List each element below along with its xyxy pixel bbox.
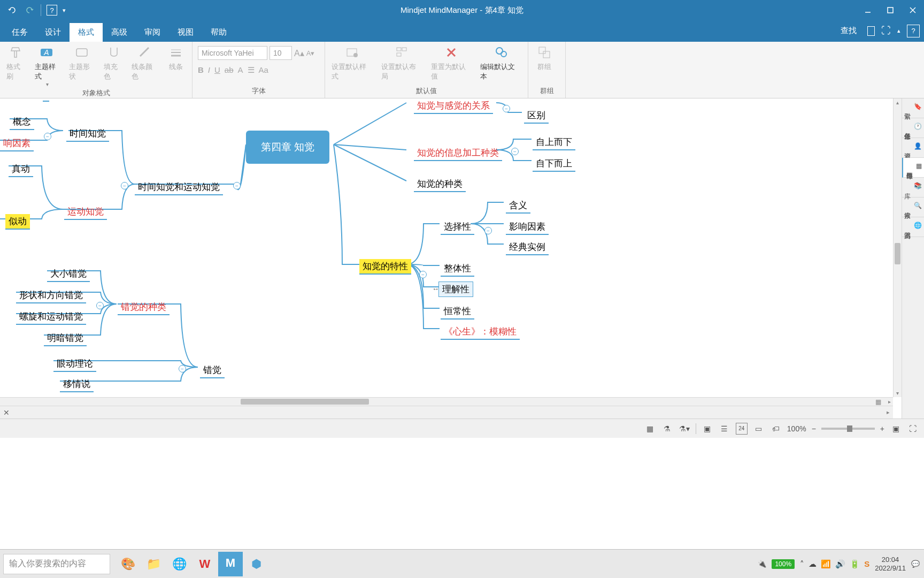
tab-review[interactable]: 审阅	[136, 23, 169, 42]
find-button[interactable]: 查找	[836, 24, 861, 38]
collapse-toggle[interactable]: −	[503, 105, 510, 112]
underline-button[interactable]: U	[214, 65, 220, 75]
sb-outline-icon[interactable]: ☰	[719, 423, 730, 435]
line-color-button[interactable]: 线条颜色	[128, 44, 161, 82]
node-luoxuan[interactable]: 螺旋和运动错觉	[16, 309, 86, 325]
node-zhengtixing[interactable]: 整体性	[441, 261, 474, 277]
bold-button[interactable]: B	[198, 65, 204, 75]
sb-fold-icon[interactable]: ▣	[702, 423, 713, 435]
tray-power-icon[interactable]: 🔌	[758, 560, 766, 568]
windows-search[interactable]: 输入你要搜索的内容	[3, 554, 110, 574]
collapse-toggle[interactable]: −	[233, 182, 241, 189]
italic-button[interactable]: I	[208, 65, 210, 75]
horizontal-scroll-thumb[interactable]	[241, 399, 369, 405]
taskbar-app-chrome[interactable]: 🌐	[167, 552, 191, 576]
node-lijiexing-selected[interactable]: 理解性	[438, 282, 473, 297]
node-hengchangxing[interactable]: 恒常性	[441, 304, 474, 320]
fill-color-button[interactable]: 填充色	[101, 44, 127, 82]
node-cuojue[interactable]: 错觉	[200, 363, 225, 378]
maximize-button[interactable]	[879, 0, 902, 20]
sb-view1-icon[interactable]: ▦	[644, 423, 656, 435]
node-zixia[interactable]: 自下而上	[533, 156, 575, 172]
sidepanel-browser[interactable]: 🌐浏览器	[902, 217, 924, 237]
node-xinxi-jiagong[interactable]: 知觉的信息加工种类	[414, 146, 502, 161]
minimize-button[interactable]	[857, 0, 879, 20]
font-color-button[interactable]: A	[238, 65, 243, 75]
collapse-toggle[interactable]: −	[511, 148, 519, 155]
tray-wifi-icon[interactable]: 📶	[821, 559, 831, 569]
vertical-scroll-thumb[interactable]	[895, 243, 900, 264]
node-mingan[interactable]: 明暗错觉	[44, 331, 87, 346]
node-xinsheng-mohu[interactable]: 《心生》：模糊性	[441, 324, 520, 340]
node-sidong[interactable]: 似动	[5, 214, 30, 230]
collapse-toggle[interactable]: −	[419, 271, 427, 278]
node-hanyi[interactable]: 含义	[506, 198, 530, 214]
font-family-select[interactable]: Microsoft YaHei	[198, 46, 267, 60]
help-icon[interactable]: ?	[907, 25, 920, 37]
taskbar-app-mindmanager[interactable]: M	[218, 552, 243, 576]
central-topic[interactable]: 第四章 知觉	[246, 131, 329, 164]
sb-filter-icon[interactable]: ⚗	[661, 423, 673, 435]
topic-shape-button[interactable]: 主题形状	[66, 44, 98, 82]
sidepanel-map-parts[interactable]: ▦导图组件	[902, 158, 924, 178]
tray-notifications-icon[interactable]: 💬	[911, 560, 920, 568]
line-button[interactable]: 线条	[163, 44, 189, 73]
set-default-style-button[interactable]: 设置默认样式	[328, 44, 376, 82]
sidepanel-index[interactable]: 🔖索引	[902, 98, 924, 118]
sidepanel-task-info[interactable]: 🕐任务信息	[902, 118, 924, 138]
increase-font-icon[interactable]: A▴	[294, 48, 304, 58]
sidepanel-resource[interactable]: 👤资源	[902, 138, 924, 158]
group-button[interactable]: 群组	[532, 44, 557, 73]
decrease-font-icon[interactable]: A▾	[306, 49, 315, 57]
collapse-toggle[interactable]: −	[179, 365, 186, 372]
horizontal-scrollbar[interactable]: ▦ ▸	[0, 397, 893, 406]
zoom-slider[interactable]	[821, 428, 875, 430]
edit-default-text-button[interactable]: 编辑默认文本	[477, 44, 525, 82]
tab-task[interactable]: 任务	[3, 23, 36, 42]
highlight-button[interactable]: ☰	[248, 65, 255, 75]
node-daxiao[interactable]: 大小错觉	[47, 267, 90, 282]
node-zhendong[interactable]: 真动	[9, 162, 33, 177]
tray-up-icon[interactable]: ˄	[800, 559, 804, 569]
taskbar-app-1[interactable]: 🎨	[116, 552, 140, 576]
tab-advanced[interactable]: 高级	[103, 23, 136, 42]
collapse-toggle[interactable]: −	[121, 182, 128, 189]
sidepanel-search[interactable]: 🔍搜索	[902, 197, 924, 217]
tab-design[interactable]: 设计	[36, 23, 70, 42]
node-xingzhuang[interactable]: 形状和方向错觉	[16, 288, 86, 303]
tray-ime-icon[interactable]: S	[864, 559, 869, 569]
taskbar-app-explorer[interactable]: 📁	[141, 552, 166, 576]
node-zishang[interactable]: 自上而下	[533, 135, 575, 150]
taskbar-app-wps[interactable]: W	[192, 552, 217, 576]
collapse-toggle[interactable]: −	[96, 302, 104, 309]
tray-battery-icon[interactable]: 🔋	[850, 559, 860, 569]
node-yundong-zhijue[interactable]: 运动知觉	[64, 204, 107, 220]
reset-default-button[interactable]: 重置为默认值	[428, 44, 475, 82]
node-zhijue-ganjue[interactable]: 知觉与感觉的关系	[414, 98, 493, 114]
tab-format[interactable]: 格式	[70, 23, 103, 42]
sb-filter2-icon[interactable]: ⚗▾	[679, 423, 690, 435]
node-yandong[interactable]: 眼动理论	[53, 356, 96, 372]
close-button[interactable]	[902, 0, 924, 20]
scroll-menu-icon[interactable]: ▦	[875, 398, 881, 406]
topic-style-button[interactable]: A主题样式▾	[32, 44, 64, 88]
node-qubie[interactable]: 区别	[524, 108, 549, 124]
vertical-scrollbar[interactable]: ▴ ▾	[893, 98, 902, 397]
node-partial-top[interactable]	[43, 98, 49, 102]
set-default-layout-button[interactable]: 设置默认布局	[378, 44, 426, 82]
help-dropdown[interactable]: ?	[47, 5, 57, 16]
undo-icon[interactable]	[6, 4, 18, 16]
zoom-in-button[interactable]: +	[880, 424, 884, 433]
case-button[interactable]: Aa	[259, 65, 268, 75]
node-yingxiang-yinsu[interactable]: 影响因素	[506, 219, 549, 235]
sb-tag-icon[interactable]: 🏷	[770, 423, 782, 435]
close-document-button[interactable]: ✕	[3, 408, 12, 417]
sb-date-icon[interactable]: 24	[736, 423, 748, 435]
node-yiqing[interactable]: 移情说	[60, 377, 94, 392]
node-gainian[interactable]: 概念	[10, 115, 34, 130]
tab-view[interactable]: 视图	[169, 23, 202, 42]
expand-icon[interactable]: ⛶	[881, 25, 891, 36]
zoom-out-button[interactable]: −	[812, 424, 816, 433]
font-size-select[interactable]: 10	[270, 46, 292, 60]
node-jingdian-shili[interactable]: 经典实例	[506, 240, 549, 255]
